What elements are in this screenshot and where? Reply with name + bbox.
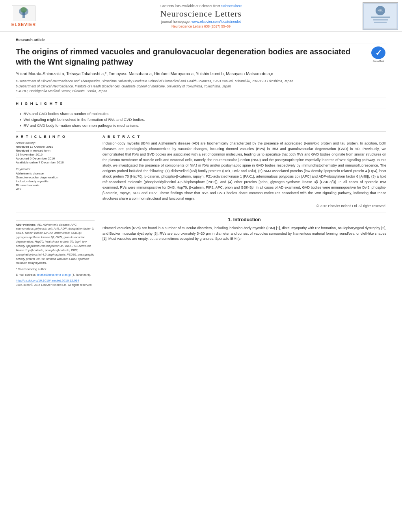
main-content: Research article The origins of rimmed v… <box>0 32 402 291</box>
abbreviations-label: Abbreviations: <box>16 223 37 226</box>
journal-homepage: journal homepage: www.elsevier.com/locat… <box>43 20 359 24</box>
journal-title: Neuroscience Letters <box>43 9 359 19</box>
abstract-col: A B S T R A C T Inclusion-body myositis … <box>102 135 386 208</box>
crossmark-section: ✓ CrossMark <box>370 46 386 62</box>
bottom-section: Abbreviations: AD, Alzheimer's disease; … <box>16 213 386 287</box>
intro-section-number: 1. <box>228 217 232 222</box>
article-info-abstract-section: A R T I C L E I N F O Article history: R… <box>16 135 386 208</box>
affiliations-section: a Department of Clinical Neuroscience an… <box>16 79 386 94</box>
highlights-label: H I G H L I G H T S <box>16 101 386 106</box>
intro-title-text: Introduction <box>233 217 261 222</box>
divider-1 <box>16 98 386 98</box>
article-info-label: A R T I C L E I N F O <box>16 135 95 139</box>
affiliation-b: b Department of Clinical Neuroscience, I… <box>16 84 386 89</box>
highlights-list: • RVs and GVD bodies share a number of m… <box>16 111 386 128</box>
bullet-icon-1: • <box>20 111 21 116</box>
elsevier-name: ELSEVIER <box>11 22 36 27</box>
article-type-label: Research article <box>16 37 386 43</box>
bullet-icon-2: • <box>20 117 21 122</box>
elsevier-logo-section: ELSEVIER <box>4 4 43 28</box>
affiliation-a: a Department of Clinical Neuroscience an… <box>16 79 386 84</box>
svg-point-3 <box>20 7 27 13</box>
email-link[interactable]: tetaka@hiroshima-u.ac.jp <box>37 273 71 276</box>
authors-line: Yukari Murata-Shinozaki a, Tetsuya Takah… <box>16 71 386 77</box>
bullet-icon-3: • <box>20 123 21 128</box>
highlight-item-1: • RVs and GVD bodies share a number of m… <box>20 111 386 116</box>
highlight-text-1: RVs and GVD bodies share a number of mol… <box>24 111 110 116</box>
footnotes-section: Abbreviations: AD, Alzheimer's disease; … <box>16 217 95 287</box>
affiliation-c: c JCHO, Hoshigaoka Medical Center, Hirak… <box>16 89 386 94</box>
copyright-notice: © 2016 Elsevier Ireland Ltd. All rights … <box>102 204 386 208</box>
keyword-3: Inclusion-body myositis <box>16 180 95 183</box>
highlight-text-3: RV and GVD body formation share common p… <box>24 123 139 128</box>
issn-text: 0304-3940/© 2016 Elsevier Ireland Ltd. A… <box>16 283 95 287</box>
elsevier-tree-icon <box>12 6 35 21</box>
email-label: E-mail address: <box>16 273 36 276</box>
crossmark-label: CrossMark <box>372 60 384 62</box>
introduction-title: 1. Introduction <box>102 217 386 222</box>
corresponding-label: * Corresponding author. <box>16 267 47 271</box>
keyword-1: Alzheimer's disease <box>16 172 95 175</box>
highlight-item-2: • Wnt signaling might be involved in the… <box>20 117 386 122</box>
email-line: E-mail address: tetaka@hiroshima-u.ac.jp… <box>16 273 95 276</box>
journal-info-center: Contents lists available at ScienceDirec… <box>43 4 359 28</box>
elsevier-logo: ELSEVIER <box>4 4 43 28</box>
highlight-item-3: • RV and GVD body formation share common… <box>20 123 386 128</box>
keywords-label: Keywords: <box>16 167 95 171</box>
title-section: The origins of rimmed vacuoles and granu… <box>16 46 386 67</box>
sciencedirect-link[interactable]: ScienceDirect <box>221 4 242 8</box>
homepage-label: journal homepage: <box>161 20 191 24</box>
received-date: Received 12 October 2016 <box>16 145 95 148</box>
homepage-url[interactable]: www.elsevier.com/locate/neulet <box>192 20 241 24</box>
accepted-date: Accepted 6 December 2016 <box>16 157 95 160</box>
doi-link[interactable]: http://dx.doi.org/10.1016/j.neulet.2016.… <box>16 279 95 282</box>
introduction-text: Rimmed vacuoles (RVs) are found in a num… <box>102 226 386 242</box>
email-suffix: (T. Takahashi). <box>71 273 91 276</box>
svg-rect-7 <box>371 17 390 18</box>
svg-rect-9 <box>374 22 387 23</box>
keyword-4: Rimmed vacuole <box>16 184 95 187</box>
journal-ref: Neuroscience Letters 638 (2017) 55–59 <box>43 24 359 28</box>
svg-text:NSL: NSL <box>378 9 383 12</box>
divider-2 <box>16 109 386 109</box>
journal-thumbnail-image: NSL <box>363 2 398 30</box>
introduction-section: 1. Introduction Rimmed vacuoles (RVs) ar… <box>102 217 386 287</box>
history-label: Article history: <box>16 141 95 145</box>
keyword-2: Granulovacuolar degeneration <box>16 176 95 179</box>
abbreviations-block: Abbreviations: AD, Alzheimer's disease; … <box>16 220 95 266</box>
contents-line: Contents lists available at ScienceDirec… <box>43 4 359 8</box>
available-date: Available online 7 December 2016 <box>16 161 95 164</box>
highlight-text-2: Wnt signaling might be involved in the f… <box>24 117 145 122</box>
abbreviations-text: AD, Alzheimer's disease; APC, adenomatou… <box>16 223 94 265</box>
svg-rect-8 <box>373 19 388 20</box>
divider-3 <box>16 131 386 132</box>
contents-text: Contents lists available at ScienceDirec… <box>160 4 220 8</box>
corresponding-note: * Corresponding author. <box>16 267 95 271</box>
abstract-text: Inclusion-body myositis (IBM) and Alzhei… <box>102 141 386 201</box>
top-banner: ELSEVIER Contents lists available at Sci… <box>0 0 402 32</box>
article-title: The origins of rimmed vacuoles and granu… <box>16 46 367 67</box>
abstract-label: A B S T R A C T <box>102 135 386 139</box>
journal-thumbnail-section: NSL <box>359 2 398 30</box>
article-info-col: A R T I C L E I N F O Article history: R… <box>16 135 95 208</box>
received-revised-label: Received in revised form <box>16 149 95 152</box>
received-revised-date: 29 November 2016 <box>16 153 95 156</box>
author-names: Yukari Murata-Shinozaki a, Tetsuya Takah… <box>16 71 273 76</box>
crossmark-icon: ✓ <box>371 46 385 59</box>
keywords-section: Keywords: Alzheimer's disease Granulovac… <box>16 167 95 191</box>
keyword-5: Wnt <box>16 187 95 191</box>
